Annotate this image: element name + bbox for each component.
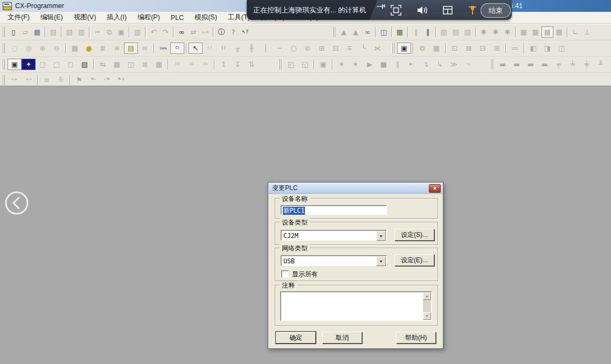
chevron-down-icon[interactable]: ▼: [376, 256, 386, 266]
online-edit-begin-icon[interactable]: ◧: [526, 43, 540, 54]
always-off-flag-icon[interactable]: ╫: [608, 59, 611, 70]
breakpoint-set-icon[interactable]: ✶: [335, 59, 349, 70]
compare-with-plc-icon[interactable]: ✱: [502, 26, 513, 38]
watch-window-icon[interactable]: ◱: [298, 59, 312, 70]
plc-memory-1-icon[interactable]: ▦: [518, 26, 530, 38]
network-type-select[interactable]: USB ▼: [281, 255, 387, 266]
compile-program-icon[interactable]: ◫: [378, 26, 390, 38]
toolbar-grip[interactable]: [332, 27, 336, 37]
open-file-icon[interactable]: ▱: [19, 26, 31, 38]
toolbar-grip[interactable]: [490, 59, 494, 69]
dialog-title-bar[interactable]: 变更PLC: [269, 183, 442, 194]
next-reference-icon[interactable]: ↥: [217, 59, 231, 70]
sim-run-icon[interactable]: ▶: [363, 59, 377, 70]
device-name-input[interactable]: 新PLC1: [281, 205, 387, 215]
comment-textarea[interactable]: ▲ ▼: [280, 291, 432, 321]
zoom-out-icon[interactable]: ⊖: [50, 43, 64, 54]
quick-monitor-icon[interactable]: ▢: [50, 59, 64, 70]
io-comment-view-icon[interactable]: ≋: [110, 43, 124, 54]
vertical-line-icon[interactable]: │: [259, 43, 273, 54]
sim-scan-run-icon[interactable]: →|: [461, 59, 475, 70]
delete-line-icon[interactable]: ⋉: [371, 43, 385, 54]
monitor-mode-icon[interactable]: ▢: [36, 59, 50, 70]
or-contact-open-icon[interactable]: ╥: [231, 43, 245, 54]
show-errors-icon[interactable]: ▲: [350, 26, 362, 38]
rung-top-icon[interactable]: ≡: [40, 74, 54, 86]
show-all-checkbox[interactable]: [281, 270, 289, 278]
menu-file[interactable]: 文件(F): [2, 12, 35, 23]
hex-display-icon[interactable]: 16: [198, 59, 212, 70]
properties-icon[interactable]: ▧: [78, 59, 92, 70]
grid-calendar-icon[interactable]: ▦: [429, 43, 443, 54]
select-mode-icon[interactable]: ↖: [189, 43, 203, 54]
context-help-icon[interactable]: ↖?: [239, 26, 251, 38]
rung-bottom-icon[interactable]: ≙: [54, 74, 68, 86]
indent-rung-icon[interactable]: ≡»: [22, 74, 36, 86]
scroll-down-icon[interactable]: ▼: [423, 312, 431, 320]
file-memory-icon[interactable]: ▬: [538, 59, 552, 70]
differential-up-icon[interactable]: ╤: [552, 59, 566, 70]
closed-coil-icon[interactable]: ⊘: [301, 43, 315, 54]
copy-icon[interactable]: ⧉: [103, 26, 115, 38]
breakpoint-clear-icon[interactable]: ✶: [349, 59, 363, 70]
paste-program-icon[interactable]: ▥: [131, 26, 143, 38]
new-file-icon[interactable]: ▯: [8, 26, 19, 38]
rung-comment-icon[interactable]: ●: [82, 43, 96, 54]
bookmark-clear-icon[interactable]: ⚑×: [114, 74, 128, 86]
differential-down-icon[interactable]: ╧: [566, 59, 580, 70]
device-type-select[interactable]: CJ2M ▼: [281, 230, 387, 241]
transfer-to-plc-icon[interactable]: ✱: [478, 26, 490, 38]
force-cancel-icon[interactable]: ⊟: [476, 43, 490, 54]
mnemonic-view-icon[interactable]: SMA: [156, 43, 170, 54]
zoom-select-icon[interactable]: ◎: [22, 43, 36, 54]
windows-icon[interactable]: [442, 4, 454, 16]
plc-clock-icon[interactable]: ◫: [124, 59, 138, 70]
about-info-icon[interactable]: ⓘ: [216, 26, 227, 38]
close-icon[interactable]: ✕: [429, 184, 441, 193]
sheet-copy-icon[interactable]: ⧉: [415, 43, 429, 54]
differential-monitor-icon[interactable]: ∟: [570, 26, 581, 38]
program-check-icon[interactable]: ▤: [438, 26, 450, 38]
find-icon[interactable]: ∞: [176, 26, 188, 38]
contact-closed-icon[interactable]: ┨┠: [217, 43, 231, 54]
coil-icon[interactable]: ○: [287, 43, 301, 54]
options-window-icon[interactable]: ▣: [316, 59, 330, 70]
plc-memory-4-icon[interactable]: ▦: [553, 26, 565, 38]
bookmark-next-icon[interactable]: ⚑›: [86, 74, 100, 86]
watch-list-icon[interactable]: ≔: [508, 43, 522, 54]
sim-continuous-step-icon[interactable]: ≫: [447, 59, 461, 70]
pause-monitor-icon[interactable]: ◻: [64, 59, 78, 70]
outdent-rung-icon[interactable]: «≡: [8, 74, 22, 86]
plc-memory-3-icon[interactable]: ▦: [541, 26, 553, 38]
print-setup-icon[interactable]: ▤: [47, 26, 59, 38]
sim-step-icon[interactable]: ▶|: [405, 59, 419, 70]
line-connect-icon[interactable]: └: [357, 43, 371, 54]
menu-edit[interactable]: 编辑(E): [35, 12, 68, 23]
data-memory-icon[interactable]: ▬: [510, 59, 524, 70]
memory-grid-icon[interactable]: ▦: [152, 59, 166, 70]
address-list-icon[interactable]: ≣: [96, 43, 110, 54]
menu-plc[interactable]: PLC: [165, 13, 189, 23]
online-edit-cancel-icon[interactable]: ◫: [554, 43, 568, 54]
work-online-pause-icon[interactable]: ∥: [410, 26, 422, 38]
decimal-display-icon[interactable]: 10: [170, 59, 184, 70]
bookmark-toggle-icon[interactable]: ⚑: [72, 74, 86, 86]
plc-memory-2-icon[interactable]: ▦: [530, 26, 541, 38]
network-settings-button[interactable]: 设定(E)...: [394, 254, 434, 266]
help-icon[interactable]: ?: [227, 26, 239, 38]
expansion-memory-icon[interactable]: ▬: [524, 59, 538, 70]
io-table-icon[interactable]: ▦: [110, 59, 124, 70]
toolbar-grip[interactable]: [279, 59, 282, 69]
online-edit-send-icon[interactable]: ◨: [540, 43, 554, 54]
menu-simulation[interactable]: 模拟(S): [189, 12, 223, 23]
undo-icon[interactable]: ↶: [148, 26, 159, 38]
help-button[interactable]: 帮助(H): [396, 332, 436, 344]
cancel-button[interactable]: 取消: [322, 332, 362, 344]
memory-cassette-icon[interactable]: ▬: [496, 59, 510, 70]
pause-monitoring-icon[interactable]: ∥: [422, 26, 434, 38]
find-warnings-icon[interactable]: ∞: [362, 26, 373, 38]
program-section-view-icon[interactable]: ▣: [397, 43, 411, 54]
replace-icon[interactable]: ⇄: [188, 26, 199, 38]
window-display-icon[interactable]: ▣: [8, 59, 22, 70]
ok-button[interactable]: 确定: [276, 332, 316, 344]
